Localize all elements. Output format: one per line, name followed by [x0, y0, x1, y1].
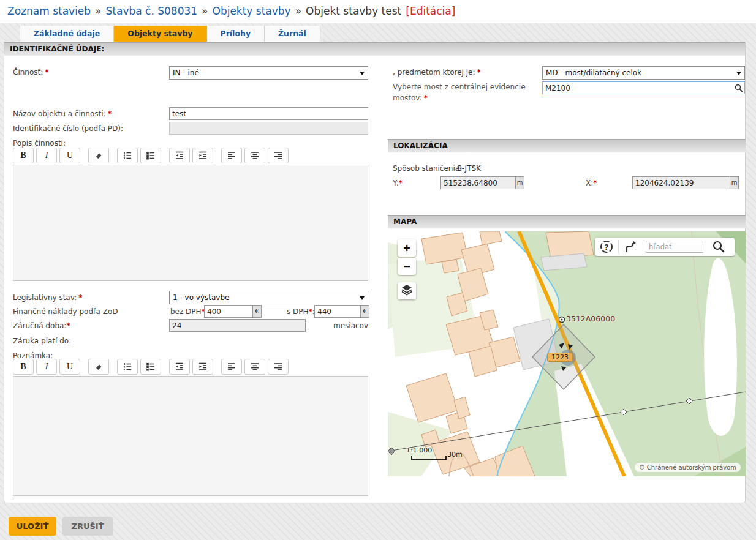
- align-left-button[interactable]: [221, 148, 242, 163]
- vyberte-most-label-line1: Vyberte most z centrálnej evidencie: [393, 83, 526, 91]
- map-feature-label: 3512A06000: [566, 314, 615, 323]
- tab-objekty-stavby[interactable]: Objekty stavby: [114, 26, 206, 42]
- breadcrumb-separator: »: [295, 5, 301, 17]
- remove-format-button[interactable]: [88, 148, 109, 163]
- tab-zurnal[interactable]: Žurnál: [265, 26, 320, 42]
- x-coordinate-input[interactable]: [632, 176, 730, 189]
- selected-feature-badge[interactable]: 1223: [547, 353, 573, 362]
- bez-dph-label: bez DPH*:: [170, 307, 208, 316]
- underline-button[interactable]: U: [59, 359, 80, 375]
- search-icon[interactable]: [735, 84, 743, 92]
- x-coordinate-label: X:*: [586, 179, 597, 187]
- align-center-icon: [250, 362, 260, 372]
- most-search-input[interactable]: [542, 81, 745, 94]
- bold-button[interactable]: B: [13, 359, 34, 375]
- s-dph-input[interactable]: [314, 305, 361, 318]
- breadcrumb-current: Objekt stavby test: [306, 5, 401, 17]
- cancel-button[interactable]: ZRUŠIŤ: [62, 517, 113, 536]
- unordered-list-button[interactable]: [140, 359, 161, 375]
- outdent-button[interactable]: [169, 359, 190, 375]
- outdent-button[interactable]: [169, 148, 190, 163]
- align-left-button[interactable]: [221, 359, 242, 375]
- align-right-icon: [273, 362, 283, 372]
- breadcrumb-edit-mode: [Editácia]: [406, 5, 455, 17]
- underline-button[interactable]: U: [59, 148, 80, 163]
- ordered-list-icon: [123, 151, 132, 160]
- italic-button[interactable]: I: [36, 359, 57, 375]
- svg-text:?: ?: [605, 243, 609, 252]
- breadcrumb-link-zoznam-stavieb[interactable]: Zoznam stavieb: [7, 5, 91, 17]
- indent-icon: [198, 362, 208, 372]
- route-icon: [623, 239, 638, 254]
- remove-format-button[interactable]: [88, 359, 109, 375]
- dropdown-arrow-icon: [360, 296, 365, 300]
- nazov-label: Názov objektu a činnosti:*: [13, 110, 112, 118]
- s-dph-label: s DPH*:: [287, 307, 315, 316]
- zarucna-doba-label: Záručná doba:*: [13, 321, 70, 330]
- locate-button[interactable]: ?: [595, 238, 618, 256]
- route-button[interactable]: [619, 238, 642, 256]
- align-right-button[interactable]: [268, 359, 289, 375]
- cinnost-select[interactable]: IN - iné: [169, 66, 368, 80]
- section-header-identifikacne-udaje: IDENTIFIKAČNÉ ÚDAJE:: [4, 42, 745, 56]
- tab-prilohy[interactable]: Prílohy: [207, 26, 265, 42]
- y-coordinate-label: Y:*: [393, 179, 403, 187]
- map-search-button[interactable]: [707, 238, 730, 256]
- identifikacne-cislo-label: Identifikačné číslo (podľa PD):: [13, 124, 123, 133]
- align-right-icon: [273, 151, 283, 160]
- zoom-out-button[interactable]: −: [398, 258, 416, 275]
- layers-button[interactable]: [398, 282, 416, 299]
- poznamka-textarea[interactable]: [13, 376, 368, 496]
- popis-cinnosti-label: Popis činnosti:: [13, 139, 66, 148]
- y-unit: m: [515, 176, 524, 189]
- map-search-input[interactable]: [646, 241, 703, 253]
- zoom-in-button[interactable]: +: [398, 239, 416, 257]
- eraser-icon: [94, 362, 104, 372]
- map-copyright: © Chránené autorským právom: [635, 463, 741, 472]
- tab-zakladne-udaje[interactable]: Základné údaje: [20, 26, 114, 42]
- indent-button[interactable]: [192, 148, 213, 163]
- y-coordinate-input[interactable]: [440, 176, 516, 189]
- predmetom-select[interactable]: MD - most/dilatačný celok: [542, 66, 745, 80]
- ordered-list-button[interactable]: [117, 359, 138, 375]
- align-left-icon: [227, 362, 236, 372]
- legislativny-stav-label: Legislatívny stav:*: [13, 293, 83, 302]
- identifikacne-cislo-input: [169, 122, 368, 135]
- popis-editor-toolbar: B I U: [13, 148, 291, 163]
- dropdown-arrow-icon: [360, 72, 365, 75]
- legislativny-stav-select[interactable]: 1 - vo výstavbe: [169, 291, 368, 304]
- s-dph-currency-unit: €: [360, 305, 369, 318]
- section-header-mapa: MAPA: [388, 215, 746, 228]
- financne-naklady-label: Finančné náklady podľa ZoD: [13, 307, 118, 316]
- breadcrumb-link-stavba[interactable]: Stavba č. S08031: [106, 5, 198, 17]
- popis-cinnosti-textarea[interactable]: [13, 165, 368, 281]
- align-center-button[interactable]: [244, 359, 265, 375]
- align-right-button[interactable]: [268, 148, 289, 163]
- eraser-icon: [94, 151, 104, 160]
- cinnost-label: Činnosť:*: [13, 68, 49, 77]
- align-center-button[interactable]: [244, 148, 265, 163]
- unordered-list-icon: [146, 151, 156, 160]
- bez-dph-currency-unit: €: [252, 305, 262, 318]
- breadcrumb-link-objekty-stavby[interactable]: Objekty stavby: [213, 5, 291, 17]
- map-scale-ratio: 1:1 000: [406, 446, 432, 454]
- nazov-input[interactable]: [169, 107, 368, 120]
- bez-dph-input[interactable]: [204, 305, 253, 318]
- indent-button[interactable]: [192, 359, 213, 375]
- zaruka-plati-do-label: Záruka platí do:: [13, 337, 71, 345]
- breadcrumb-separator: »: [95, 5, 101, 17]
- map-container[interactable]: + − ? 3512A06000 1223 1:1 000 30m © Chrá…: [388, 231, 746, 476]
- map-scale-bar: [411, 456, 447, 460]
- unordered-list-button[interactable]: [140, 148, 161, 163]
- bold-button[interactable]: B: [13, 148, 34, 163]
- zarucna-doba-input[interactable]: [169, 319, 306, 332]
- sposob-stanicenia-label: Spôsob staničenia:: [393, 164, 462, 173]
- poznamka-editor-toolbar: B I U: [13, 359, 291, 375]
- ordered-list-button[interactable]: [117, 148, 138, 163]
- search-icon: [712, 240, 725, 253]
- unordered-list-icon: [146, 362, 156, 372]
- italic-button[interactable]: I: [36, 148, 57, 163]
- layers-icon: [399, 282, 414, 297]
- save-button[interactable]: ULOŽIŤ: [9, 517, 56, 536]
- align-left-icon: [227, 151, 236, 160]
